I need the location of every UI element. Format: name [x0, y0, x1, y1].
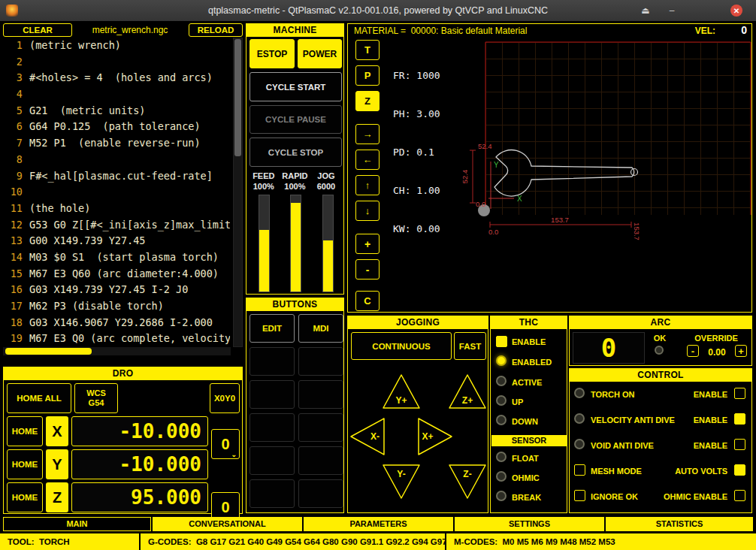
- pan-up-button[interactable]: ↑: [355, 175, 380, 195]
- gcode-line: 2: [5, 54, 230, 71]
- mesh-mode-checkbox[interactable]: [574, 464, 585, 476]
- thc-up-led: [496, 395, 507, 406]
- velocity-label: VEL:: [695, 25, 715, 37]
- tab-conversational[interactable]: CONVERSATIONAL: [153, 517, 302, 531]
- arc-ok-led: [655, 346, 664, 355]
- edit-button[interactable]: EDIT: [249, 314, 295, 343]
- svg-text:X-: X-: [370, 431, 380, 442]
- svg-text:Z-: Z-: [463, 469, 471, 479]
- override-plus-button[interactable]: +: [735, 345, 747, 357]
- jog-y-plus-button[interactable]: Y+: [383, 375, 419, 408]
- tab-parameters[interactable]: PARAMETERS: [304, 517, 453, 531]
- gcode-line: 11(the hole): [5, 201, 230, 217]
- feed-slider[interactable]: [259, 195, 270, 292]
- zero-x-button[interactable]: 0⌄: [211, 429, 240, 459]
- dim-height-rotated: 52.4: [461, 170, 469, 184]
- jog-continuous-button[interactable]: CONTINUOUS: [351, 332, 452, 360]
- close-icon[interactable]: ✕: [730, 5, 742, 17]
- machine-header: MACHINE: [246, 24, 343, 37]
- tab-settings[interactable]: SETTINGS: [455, 517, 604, 531]
- pan-down-button[interactable]: ↓: [355, 201, 380, 221]
- velocity-anti-dive-enable-label: ENABLE: [694, 416, 727, 425]
- thc-header: THC: [491, 316, 567, 329]
- gcode-vertical-scrollbar[interactable]: [233, 38, 243, 347]
- pan-left-button[interactable]: ←: [355, 150, 380, 170]
- gcode-line: 1(metric wrench): [5, 38, 230, 54]
- material-selector[interactable]: MATERIAL = 00000: Basic default Material: [354, 25, 527, 37]
- rapid-slider[interactable]: [290, 195, 301, 292]
- gcode-line: 17M62 P3 (disable torch): [5, 298, 230, 315]
- velocity-anti-dive-checkbox[interactable]: [734, 413, 745, 425]
- view-p-button[interactable]: P: [355, 65, 380, 86]
- tab-statistics[interactable]: STATISTICS: [606, 517, 753, 531]
- view-z-button[interactable]: Z: [355, 91, 380, 111]
- thc-enabled-label: ENABLED: [512, 358, 552, 367]
- chevron-down-icon: ⌄: [231, 451, 237, 458]
- jogging-header: JOGGING: [348, 316, 488, 329]
- gcode-view[interactable]: 1(metric wrench) 2 3#<holes> = 4 (holes …: [5, 38, 230, 347]
- void-anti-dive-checkbox[interactable]: [734, 439, 745, 450]
- jog-x-plus-button[interactable]: X+: [419, 419, 452, 455]
- ignore-ok-checkbox[interactable]: [574, 490, 585, 501]
- clear-button[interactable]: CLEAR: [3, 23, 72, 37]
- gcode-line: 3#<holes> = 4 (holes and arcs): [5, 70, 230, 86]
- jog-value: 6000: [310, 182, 342, 191]
- ohmic-enable-checkbox[interactable]: [734, 490, 745, 501]
- jog-x-minus-button[interactable]: X-: [351, 419, 384, 455]
- home-x-button[interactable]: HOME: [7, 416, 43, 446]
- thc-down-label: DOWN: [512, 417, 538, 426]
- tab-main[interactable]: MAIN: [3, 517, 151, 531]
- gcode-line: 10: [5, 184, 230, 201]
- gcode-line: 4: [5, 86, 230, 103]
- control-header: CONTROL: [570, 369, 751, 382]
- wcs-button[interactable]: WCSG54: [74, 383, 118, 413]
- custom-button-slot: [298, 446, 343, 475]
- thc-active-led: [496, 376, 507, 386]
- cycle-start-button[interactable]: CYCLE START: [249, 72, 342, 101]
- zoom-out-button[interactable]: -: [355, 259, 380, 280]
- minimize-icon[interactable]: –: [665, 4, 679, 17]
- thc-active-label: ACTIVE: [512, 378, 542, 387]
- view-t-button[interactable]: T: [355, 40, 380, 60]
- jog-y-minus-button[interactable]: Y-: [383, 465, 419, 498]
- scrollbar-handle[interactable]: [234, 39, 241, 156]
- torch-enable-checkbox[interactable]: [734, 388, 745, 399]
- thc-enable-label: ENABLE: [512, 337, 546, 346]
- torch-enable-label: ENABLE: [694, 390, 727, 399]
- power-button[interactable]: POWER: [298, 39, 342, 68]
- jog-fast-button[interactable]: FAST: [454, 332, 486, 360]
- jog-slider[interactable]: [322, 195, 334, 292]
- estop-button[interactable]: ESTOP: [249, 39, 295, 68]
- mdi-button[interactable]: MDI: [298, 314, 343, 343]
- zoom-in-button[interactable]: +: [355, 234, 380, 254]
- jog-z-plus-button[interactable]: Z+: [449, 375, 485, 408]
- control-panel: CONTROL TORCH ON ENABLE VELOCITY ANTI DI…: [569, 368, 752, 513]
- override-minus-button[interactable]: -: [687, 345, 699, 357]
- void-anti-dive-enable-label: ENABLE: [694, 441, 727, 450]
- gcode-line: 5G21 (metric units): [5, 103, 230, 119]
- home-z-button[interactable]: HOME: [7, 482, 43, 512]
- ohmic-enable-label: OHMIC ENABLE: [664, 492, 727, 501]
- cycle-stop-button[interactable]: CYCLE STOP: [249, 138, 342, 167]
- clear-plot-button[interactable]: C: [355, 291, 380, 311]
- svg-text:Y+: Y+: [395, 395, 407, 406]
- gcode-horizontal-scrollbar[interactable]: [3, 347, 231, 355]
- home-all-button[interactable]: HOME ALL: [7, 383, 71, 413]
- pan-right-button[interactable]: →: [355, 124, 380, 144]
- auto-volts-checkbox[interactable]: [734, 464, 745, 476]
- home-y-button[interactable]: HOME: [7, 449, 43, 479]
- jog-z-minus-button[interactable]: Z-: [449, 465, 485, 498]
- keep-above-icon[interactable]: ⏏: [639, 4, 652, 17]
- loaded-file-name: metric_wrench.ngc: [74, 23, 186, 37]
- dim-height-label: 52.4: [478, 142, 492, 150]
- gcode-line: 7M52 P1 (enable reverse-run): [5, 135, 230, 152]
- scrollbar-handle[interactable]: [5, 348, 92, 355]
- gcode-line: 19M67 E3 Q0 (arc complete, velocity: [5, 331, 230, 347]
- xy-zero-button[interactable]: X0Y0: [210, 383, 240, 413]
- gcode-line: 8: [5, 152, 230, 168]
- reload-button[interactable]: RELOAD: [189, 23, 243, 37]
- thc-enable-checkbox[interactable]: [496, 336, 507, 347]
- cycle-pause-button[interactable]: CYCLE PAUSE: [249, 105, 342, 134]
- custom-button-slot: [249, 479, 295, 508]
- buttons-panel: BUTTONS EDIT MDI: [246, 298, 344, 513]
